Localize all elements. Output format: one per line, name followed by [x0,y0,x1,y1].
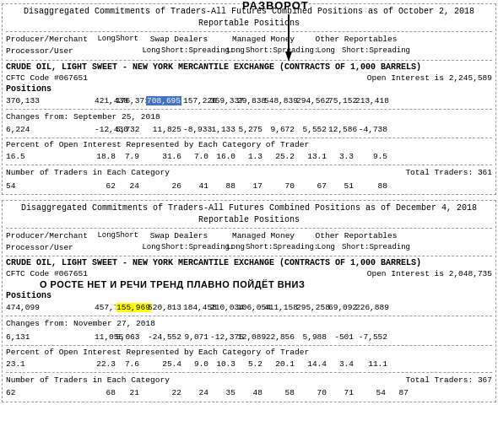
ch2-v4: -24,552 [141,331,183,343]
pct2-v5: 9.0 [183,358,210,370]
ch2-v2: 11,055 [95,331,116,343]
pos-short3-2: 210,034 [210,301,237,314]
mm-header-2: Managed Money Long Short :Spreading: [221,230,306,255]
ls-short-1: Short [116,34,137,58]
pos-short-1: 421,438 [95,94,116,107]
pct-v1: 16.5 [6,150,95,163]
divider-2 [6,60,492,61]
col-headers-2: Producer/Merchant Processor/User Long Sh… [6,230,492,255]
swap-header: Swap Dealers Long Short :Spreading: [137,34,221,58]
ch-v8: 9,672 [264,123,296,136]
total-traders-2: Total Traders: 367 [405,375,492,386]
ch-v3: 5,732 [116,123,141,136]
tr2-v7: 48 [237,386,264,399]
traders-label-1: Number of Traders in Each Category [6,167,170,179]
ch2-v1: 6,131 [6,331,95,343]
section-2-title-line2: Reportable Positions [6,214,492,226]
ch-v1: 6,224 [6,123,95,136]
ch2-v8: 22,856 [264,331,296,343]
ch2-v11: -7,552 [355,331,387,343]
pct2-v2: 22.3 [95,358,116,370]
tr-v7: 17 [237,180,264,192]
pos-long3-2: 184,458 [183,301,210,314]
pos-long-1: 370,133 [6,94,95,107]
pos-long2-2: 155,969 [116,301,141,314]
pct-label-1: Percent of Open Interest Represented by … [6,140,492,149]
changes-date-2: November 27, 2018 [73,318,155,330]
pct2-v8: 20.1 [264,358,296,370]
divider-6 [6,228,492,229]
pos-long4-1: 548,839 [264,94,296,107]
pos-spread1-1: 29,838 [237,94,264,107]
highlighted-value-1: 708,695 [146,96,181,105]
ch-v2: -12,430 [95,123,116,136]
tr-v3: 24 [116,180,141,192]
tr-v8: 70 [264,180,296,192]
tr2-v8: 58 [264,386,296,399]
divider-7 [6,256,492,256]
pct2-v7: 5.2 [237,358,264,370]
pos-long4-2: 411,158 [264,301,296,314]
open-interest-2: Open Interest is 2,048,735 [367,269,492,278]
trand-annotation: О РОСТЕ НЕТ И РЕЧИ ТРЕНД ПЛАВНО ПОЙДЁТ В… [40,279,492,289]
ls-long-2: Long [95,230,116,255]
or-header-2: Other Reportables Long Short :Spreading [306,230,407,255]
pct-row-1: 16.5 18.8 7.9 31.6 7.0 16.0 1.3 25.2 13.… [6,150,492,163]
ch-v9: 5,552 [296,123,328,136]
tr-v4: 26 [141,180,183,192]
pct-v9: 13.1 [296,150,328,163]
pct-v11: 9.5 [355,150,387,163]
tr2-v5: 24 [183,386,210,399]
pct-v6: 16.0 [210,150,237,163]
tr2-v3: 21 [116,386,141,399]
ch2-v10: -501 [328,331,355,343]
ls-long-1: Long [95,34,116,58]
swap-header-2: Swap Dealers Long Short :Spreading: [137,230,221,255]
divider-5 [6,165,492,165]
ch2-v3: 5,063 [116,331,141,343]
pos-spread1-2: 106,054 [237,301,264,314]
pos-short4-2: 295,258 [296,301,328,314]
ch2-v5: 9,071 [183,331,210,343]
changes-label-1: Changes from: [6,111,73,123]
pct-v4: 31.6 [141,150,183,163]
pos-short3-1: 359,337 [210,94,237,107]
pct2-v3: 7.6 [116,358,141,370]
changes-row-1: 6,224 -12,430 5,732 11,825 -8,933 1,133 … [6,123,492,136]
pos-long2-1: 176,371 [116,94,141,107]
open-interest-1: Open Interest is 2,245,589 [367,73,492,83]
crude-title-1: CRUDE OIL, LIGHT SWEET - NEW YORK MERCAN… [6,62,492,72]
section-1: Disaggregated Commitments of Traders-All… [2,3,496,195]
pos-short2-2: 520,813 [141,301,183,314]
divider-8 [6,316,492,316]
page-container: Disaggregated Commitments of Traders-All… [0,0,498,411]
tr2-v4: 22 [141,386,183,399]
cftc-row-2: CFTC Code #067651 Open Interest is 2,048… [6,269,492,278]
changes-row-2: 6,131 11,055 5,063 -24,552 9,071 -12,375… [6,331,492,343]
ls-short-2: Short [116,230,137,255]
tr-v5: 41 [183,180,210,192]
section-1-title-line2: Reportable Positions [6,18,492,30]
pm-header: Producer/Merchant Processor/User [6,34,95,58]
changes-date-1: September 25, 2018 [73,111,160,123]
tr-v6: 88 [210,180,237,192]
divider-1 [6,31,492,32]
razvorot-annotation: РАЗВОРОТ [242,0,309,12]
cftc-row-1: CFTC Code #067651 Open Interest is 2,245… [6,73,492,83]
ch-v5: -8,933 [183,123,210,136]
total-traders-1: Total Traders: 361 [405,167,492,179]
traders-header-1: Number of Traders in Each Category Total… [6,167,492,179]
changes-label-2: Changes from: [6,318,73,330]
traders-label-2: Number of Traders in Each Category [6,375,170,386]
tr2-v9: 70 [296,386,328,399]
tr2-v6: 35 [210,386,237,399]
ch-v10: 12,586 [328,123,355,136]
pct2-v11: 11.1 [355,358,387,370]
section-2-title-line1: Disaggregated Commitments of Traders-All… [6,202,492,214]
pct-row-2: 23.1 22.3 7.6 25.4 9.0 10.3 5.2 20.1 14.… [6,358,492,370]
ch2-v7: 12,089 [237,331,264,343]
changes-header-2: Changes from: November 27, 2018 [6,318,492,330]
pos-long3-1: 157,226 [183,94,210,107]
pos-short-2: 457,779 [95,301,116,314]
pct-label-2: Percent of Open Interest Represented by … [6,348,492,357]
